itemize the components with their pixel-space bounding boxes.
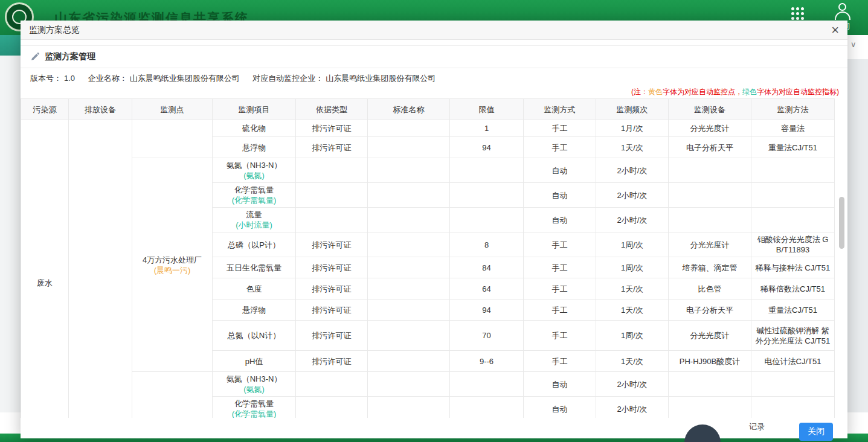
cell-mode: 手工 xyxy=(524,257,596,278)
cell-method: 钼酸铵分光光度法 GB/T11893 xyxy=(751,232,835,257)
legend-green: 绿色 xyxy=(742,88,757,96)
monitoring-table: 污染源 排放设备 监测点 监测项目 依据类型 标准名称 限值 监测方式 监测频次… xyxy=(21,98,835,418)
col-discharge-device: 排放设备 xyxy=(69,99,132,120)
cell-limit: 94 xyxy=(450,299,524,321)
cell-method: 重量法CJ/T51 xyxy=(751,137,835,158)
cell-limit: 70 xyxy=(450,321,524,351)
cell-method: 容量法 xyxy=(751,120,835,137)
cell-item: 氨氮（NH3-N） (氨氮) xyxy=(213,158,296,183)
cell-standard xyxy=(368,372,450,397)
cell-freq: 1天/次 xyxy=(596,278,669,299)
apps-grid-icon[interactable] xyxy=(789,5,806,22)
modal-footer: 关闭 xyxy=(21,418,847,441)
section-bar: 监测方案管理 xyxy=(21,45,847,68)
point-auto-label: (晨鸣一污) xyxy=(135,265,210,275)
item-auto-indicator: (氨氮) xyxy=(215,170,293,181)
cell-mode: 自动 xyxy=(524,158,596,183)
cell-item: 流量 (小时流量) xyxy=(213,208,296,232)
cell-method xyxy=(751,208,835,232)
cell-freq: 1周/次 xyxy=(596,257,669,278)
close-button[interactable]: 关闭 xyxy=(799,423,833,441)
cell-standard xyxy=(368,158,450,183)
cell-method: 稀释倍数法CJ/T51 xyxy=(751,278,835,299)
point-name: 4万方污水处理厂 xyxy=(135,255,210,265)
chevron-down-icon[interactable]: ∨ xyxy=(850,40,857,49)
cell-mode: 手工 xyxy=(524,321,596,351)
cell-item: 化学需氧量 (化学需氧量) xyxy=(213,183,296,208)
cell-item: 化学需氧量 (化学需氧量) xyxy=(213,397,296,418)
color-legend-note: (注：黄色字体为对应自动监控点，绿色字体为对应自动监控指标) xyxy=(631,87,839,97)
cell-item: 悬浮物 xyxy=(213,299,296,321)
cell-freq: 2小时/次 xyxy=(596,183,669,208)
cell-standard xyxy=(368,397,450,418)
cell-limit xyxy=(450,372,524,397)
cell-limit xyxy=(450,183,524,208)
cell-item: 五日生化需氧量 xyxy=(213,257,296,278)
cell-device: 分光光度计 xyxy=(669,232,751,257)
auto-company-value: 山东晨鸣纸业集团股份有限公司 xyxy=(326,74,436,83)
cell-monitor-point xyxy=(132,372,213,418)
cell-method xyxy=(751,372,835,397)
col-monitor-mode: 监测方式 xyxy=(524,99,596,120)
close-icon[interactable]: × xyxy=(831,24,839,36)
info-bar: 版本号：1.0 企业名称：山东晨鸣纸业集团股份有限公司 对应自动监控企业：山东晨… xyxy=(21,68,847,98)
cell-device: 电子分析天平 xyxy=(669,299,751,321)
cell-standard xyxy=(368,278,450,299)
cell-device: 电子分析天平 xyxy=(669,137,751,158)
cell-pollution-source: 废水 xyxy=(21,120,69,418)
cell-limit: 8 xyxy=(450,232,524,257)
cell-device: PH-HJ90B酸度计 xyxy=(669,351,751,372)
cell-basis xyxy=(296,208,368,232)
user-query-icon[interactable] xyxy=(832,1,853,22)
legend-yellow: 黄色 xyxy=(648,88,663,96)
cell-standard xyxy=(368,137,450,158)
cell-standard xyxy=(368,351,450,372)
cell-mode: 手工 xyxy=(524,299,596,321)
cell-mode: 手工 xyxy=(524,120,596,137)
cell-standard xyxy=(368,183,450,208)
cell-basis: 排污许可证 xyxy=(296,232,368,257)
cell-method xyxy=(751,183,835,208)
table-row: 氨氮（NH3-N） (氨氮) 自动 2小时/次 xyxy=(21,372,835,397)
cell-basis: 排污许可证 xyxy=(296,278,368,299)
record-count-label: 记录 xyxy=(749,421,765,432)
cell-item: 总氮（以N计） xyxy=(213,321,296,351)
cell-standard xyxy=(368,321,450,351)
cell-limit: 1 xyxy=(450,120,524,137)
cell-basis: 排污许可证 xyxy=(296,351,368,372)
col-monitor-freq: 监测频次 xyxy=(596,99,669,120)
cell-standard xyxy=(368,120,450,137)
right-panel xyxy=(847,59,868,434)
monitoring-table-wrap: 污染源 排放设备 监测点 监测项目 依据类型 标准名称 限值 监测方式 监测频次… xyxy=(21,98,847,418)
version-value: 1.0 xyxy=(64,74,75,83)
plan-info: 版本号：1.0 企业名称：山东晨鸣纸业集团股份有限公司 对应自动监控企业：山东晨… xyxy=(30,73,438,84)
vertical-scrollbar-thumb[interactable] xyxy=(839,197,844,249)
cell-monitor-point xyxy=(132,120,213,158)
col-monitor-device: 监测设备 xyxy=(669,99,751,120)
cell-freq: 1周/次 xyxy=(596,232,669,257)
cell-freq: 2小时/次 xyxy=(596,397,669,418)
cell-freq: 1周/次 xyxy=(596,321,669,351)
cell-item: 硫化物 xyxy=(213,120,296,137)
cell-mode: 手工 xyxy=(524,278,596,299)
cell-method: 电位计法CJ/T51 xyxy=(751,351,835,372)
cell-freq: 2小时/次 xyxy=(596,158,669,183)
col-monitor-point: 监测点 xyxy=(132,99,213,120)
cell-limit: 9--6 xyxy=(450,351,524,372)
cell-item: 总磷（以P计） xyxy=(213,232,296,257)
cell-freq: 2小时/次 xyxy=(596,208,669,232)
cell-basis: 排污许可证 xyxy=(296,321,368,351)
monitoring-plan-modal: 监测方案总览 × 监测方案管理 版本号：1.0 企业名称：山东晨鸣纸业集团股份有… xyxy=(21,21,847,438)
cell-basis: 排污许可证 xyxy=(296,299,368,321)
modal-header: 监测方案总览 × xyxy=(21,21,847,40)
cell-freq: 1月/次 xyxy=(596,120,669,137)
section-title: 监测方案管理 xyxy=(45,51,95,62)
modal-title: 监测方案总览 xyxy=(29,25,80,36)
col-limit: 限值 xyxy=(450,99,524,120)
cell-limit: 84 xyxy=(450,257,524,278)
cell-method: 稀释与接种法 CJ/T51 xyxy=(751,257,835,278)
company-label: 企业名称： xyxy=(88,74,127,83)
cell-method xyxy=(751,397,835,418)
cell-item: 氨氮（NH3-N） (氨氮) xyxy=(213,372,296,397)
table-row: 废水 硫化物 排污许可证 1 手工 1月/次 分光光度计 容量法 xyxy=(21,120,835,137)
